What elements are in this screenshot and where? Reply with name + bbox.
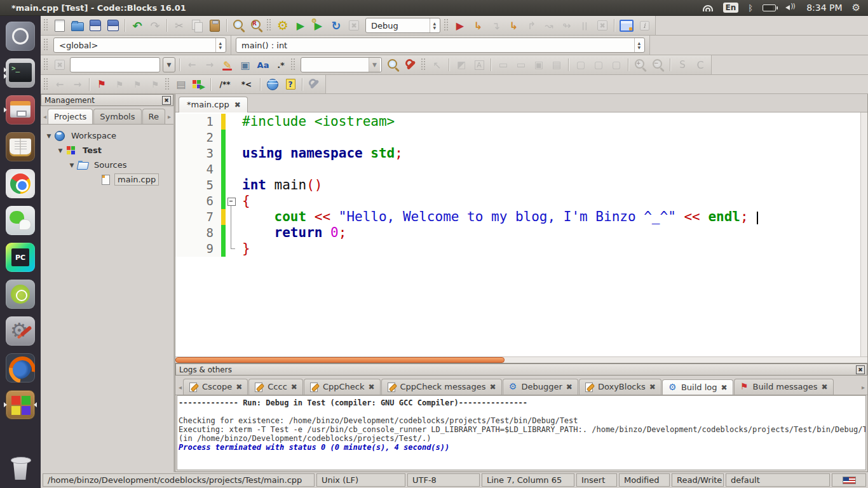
tabs-scroll-left-icon[interactable]: ◂: [42, 113, 48, 124]
launcher-terminal[interactable]: [5, 58, 36, 88]
combo-dropdown-icon[interactable]: ▼: [369, 58, 380, 72]
doxy-settings-icon[interactable]: [307, 77, 322, 92]
match-case-icon[interactable]: Aa: [255, 57, 271, 72]
new-file-icon[interactable]: [52, 18, 67, 33]
log-tab-close-icon[interactable]: ✖: [368, 383, 374, 391]
log-tab-close-icon[interactable]: ✖: [649, 383, 656, 391]
run-icon[interactable]: ▶: [293, 18, 308, 33]
code-line-7[interactable]: 7 cout << "Hello, Welcome to my blog, I'…: [175, 209, 860, 225]
tree-item-test[interactable]: ▼Test: [41, 143, 173, 158]
tree-expander-icon[interactable]: ▼: [57, 147, 64, 154]
use-regex-icon[interactable]: .*: [273, 57, 288, 72]
log-tab-build-messages[interactable]: ⚑Build messages✖: [734, 379, 834, 395]
tree-expander-icon[interactable]: ▼: [46, 133, 52, 139]
toggle-bookmark-icon[interactable]: ⚑: [94, 77, 109, 92]
find-icon[interactable]: [231, 18, 247, 33]
fold-box-icon[interactable]: [226, 193, 238, 209]
doxy-block-comment-icon[interactable]: /**: [215, 77, 234, 92]
launcher-book[interactable]: [5, 132, 36, 162]
tree-item-sources[interactable]: ▼Sources: [41, 158, 173, 172]
wifi-icon[interactable]: [702, 4, 714, 11]
log-tab-cppcheck[interactable]: CppCheck✖: [304, 379, 381, 395]
thread-search-select[interactable]: ▼: [301, 57, 382, 72]
code-line-2[interactable]: 2: [175, 130, 860, 146]
combo-spinner-icon[interactable]: ▲▼: [430, 18, 438, 32]
tabs-scroll-right-icon[interactable]: ▸: [166, 113, 172, 124]
launcher-firefox[interactable]: [5, 353, 36, 383]
code-line-8[interactable]: 8 return 0;: [175, 225, 860, 241]
run-to-cursor-icon[interactable]: ↳: [470, 18, 485, 33]
log-tab-cscope[interactable]: Cscope✖: [183, 379, 248, 395]
editor-vertical-scrollbar[interactable]: [860, 112, 867, 356]
logs-scroll-left-icon[interactable]: ◂: [177, 384, 183, 395]
code-line-4[interactable]: 4: [175, 161, 860, 177]
editor-tab-close-icon[interactable]: ✖: [234, 100, 241, 109]
step-into-icon[interactable]: ↳: [506, 18, 521, 33]
clock[interactable]: 8:34 PM: [806, 3, 842, 13]
launcher-dash-home[interactable]: [5, 21, 36, 51]
log-tab-debugger[interactable]: ⚙Debugger✖: [503, 379, 578, 395]
code-completion-scope-select[interactable]: <global>▲▼: [53, 37, 226, 53]
thread-search-run-icon[interactable]: [386, 57, 401, 72]
scrollbar-thumb[interactable]: [175, 357, 505, 363]
undo-icon[interactable]: ↶: [130, 18, 145, 33]
doxy-extract-doc-icon[interactable]: ▤: [173, 77, 189, 92]
build-target-select[interactable]: Debug▲▼: [365, 18, 440, 33]
code-line-9[interactable]: 9}: [175, 241, 860, 257]
launcher-wechat[interactable]: [5, 205, 36, 236]
management-tab-symbols[interactable]: Symbols: [93, 109, 141, 124]
build-and-run-icon[interactable]: ▶: [311, 18, 326, 33]
rebuild-icon[interactable]: ↻: [329, 18, 344, 33]
code-line-3[interactable]: 3using namespace std;: [175, 146, 860, 161]
tree-expander-icon[interactable]: ▼: [69, 162, 75, 168]
selected-text-only-icon[interactable]: ▣: [238, 57, 253, 72]
log-tab-close-icon[interactable]: ✖: [489, 383, 496, 391]
incremental-search-input[interactable]: [70, 57, 160, 72]
tree-item-workspace[interactable]: ▼Workspace: [41, 128, 173, 143]
log-tab-close-icon[interactable]: ✖: [721, 383, 727, 392]
log-tab-close-icon[interactable]: ✖: [291, 383, 297, 391]
editor-horizontal-scrollbar[interactable]: [175, 356, 867, 363]
doxy-line-comment-icon[interactable]: *<: [237, 77, 256, 92]
log-tab-close-icon[interactable]: ✖: [822, 383, 828, 391]
battery-icon[interactable]: [763, 4, 776, 11]
save-all-icon[interactable]: [105, 18, 121, 33]
logs-scroll-right-icon[interactable]: ▸: [860, 384, 866, 395]
log-tab-doxyblocks[interactable]: DoxyBlocks✖: [579, 379, 661, 395]
code-line-6[interactable]: 6{: [175, 193, 860, 209]
highlight-occurrences-icon[interactable]: ✎: [220, 57, 235, 72]
management-tab-projects[interactable]: Projects: [48, 109, 93, 124]
launcher-files[interactable]: [5, 95, 36, 125]
debugging-windows-icon[interactable]: [619, 18, 634, 33]
log-tab-cppcheck-messages[interactable]: CppCheck messages✖: [381, 379, 502, 395]
doxy-help-icon[interactable]: ?: [283, 77, 298, 92]
log-tab-close-icon[interactable]: ✖: [236, 383, 242, 391]
launcher-system-settings[interactable]: [5, 316, 36, 346]
log-tab-build-log[interactable]: ⚙Build log✖: [662, 379, 733, 395]
code-editor[interactable]: 1#include <iostream>23using namespace st…: [175, 112, 860, 356]
logs-close-icon[interactable]: ✖: [856, 365, 865, 374]
tree-item-main-cpp[interactable]: main.cpp: [41, 172, 173, 187]
open-file-icon[interactable]: [70, 18, 85, 33]
launcher-chrome[interactable]: [5, 168, 36, 199]
session-gear-icon[interactable]: ⚙: [852, 2, 860, 13]
incremental-search-dropdown-button[interactable]: ▼: [163, 57, 175, 72]
thread-search-options-icon[interactable]: [403, 57, 419, 72]
replace-icon[interactable]: R: [249, 18, 264, 33]
bluetooth-icon[interactable]: ᛒ: [748, 3, 753, 13]
launcher-codeblocks[interactable]: [5, 390, 36, 420]
doxy-run-html-icon[interactable]: ▶: [191, 77, 207, 92]
doxy-view-html-icon[interactable]: [265, 77, 280, 92]
launcher-trash[interactable]: [5, 454, 36, 484]
save-icon[interactable]: [88, 18, 103, 33]
combo-spinner-icon[interactable]: ▲▼: [215, 38, 224, 52]
build-icon[interactable]: ⚙: [275, 18, 290, 33]
launcher-android-studio[interactable]: [5, 279, 36, 309]
code-line-5[interactable]: 5int main(): [175, 177, 860, 193]
code-completion-function-select[interactable]: main() : int▲▼: [236, 37, 645, 53]
log-tab-close-icon[interactable]: ✖: [566, 383, 573, 391]
management-close-icon[interactable]: ✖: [162, 96, 171, 105]
combo-spinner-icon[interactable]: ▲▼: [634, 38, 643, 52]
log-tab-cccc[interactable]: Cccc✖: [248, 379, 303, 395]
debug-continue-icon[interactable]: ▶: [452, 18, 468, 33]
